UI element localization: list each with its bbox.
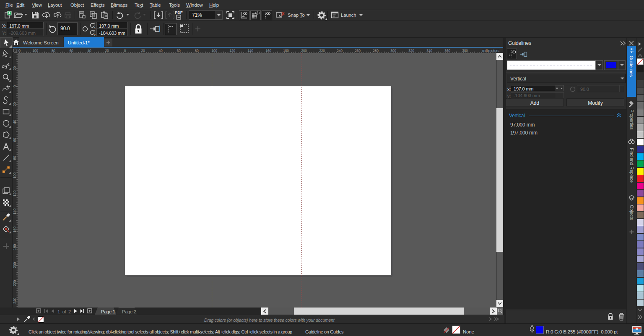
svg-text:x: x: [94, 26, 96, 29]
svg-text:y: y: [94, 33, 96, 36]
